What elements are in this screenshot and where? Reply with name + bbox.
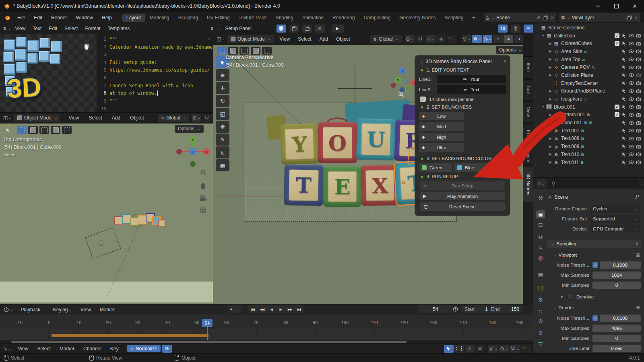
menu-item[interactable]: Playback⌄ xyxy=(17,307,49,313)
scale-tool-button[interactable]: ◱ xyxy=(216,108,229,120)
selectable-icon[interactable] xyxy=(621,136,627,141)
field-value[interactable]: 4096 xyxy=(592,325,641,332)
render-camera-icon[interactable] xyxy=(636,136,642,142)
properties-tab-icon[interactable]: ∷ xyxy=(536,308,545,316)
circle-select-icon[interactable] xyxy=(239,47,249,55)
outliner-row[interactable]: ▶ a Text.008 a ✓ xyxy=(533,135,644,143)
outliner-row[interactable]: ▶ ◎ Area Side ▱ ✓ xyxy=(533,47,644,56)
field-value[interactable]: 0.1000 xyxy=(600,261,641,269)
menu-item[interactable]: Select xyxy=(294,36,315,42)
object-name[interactable]: ColoredCubes xyxy=(561,41,592,46)
baby-block[interactable]: X xyxy=(361,165,399,206)
workspace-tab[interactable]: Geometry Nodes xyxy=(395,14,440,22)
menu-item[interactable]: Text xyxy=(29,26,45,31)
outliner-row[interactable]: ▤ Scene Collection ✓ xyxy=(533,24,644,32)
workspace-tab[interactable]: Rendering xyxy=(328,14,359,22)
cursor-tool-button[interactable]: ⊕ xyxy=(216,69,229,81)
active-tool-badge[interactable] xyxy=(3,125,13,134)
menu-item[interactable]: Help xyxy=(97,15,116,21)
annotate-tool-button[interactable]: ✎ xyxy=(216,134,229,146)
object-name[interactable]: Text.010 xyxy=(561,152,579,157)
menu-item[interactable]: Select xyxy=(84,115,107,121)
viewlayer-selector[interactable]: ⧉⌄ ViewLayer ✕ xyxy=(559,13,640,22)
preset-icon[interactable]: ≣ xyxy=(636,305,640,311)
expand-icon[interactable]: ▶ xyxy=(548,49,553,53)
object-name[interactable]: Cube.001 xyxy=(561,120,582,125)
editor-type-icon[interactable]: ◫ xyxy=(217,36,221,42)
transport-button[interactable]: ▶▮ xyxy=(295,305,303,313)
baby-block[interactable]: O xyxy=(318,122,357,163)
expand-icon[interactable]: ▶ xyxy=(548,160,553,164)
auto-normalize-refresh-icon[interactable]: ⟳ xyxy=(162,345,172,353)
expand-icon[interactable]: ▶ xyxy=(548,129,553,132)
baby-block[interactable]: Y xyxy=(280,123,319,165)
record-button[interactable]: ●⌄ xyxy=(228,305,241,313)
extend-select-icon[interactable] xyxy=(62,126,72,134)
hide-eye-icon[interactable] xyxy=(628,136,634,142)
workspace-tab[interactable]: Animation xyxy=(298,14,328,22)
zoom-icon[interactable] xyxy=(398,91,405,98)
properties-options-chevron[interactable]: ⌄ xyxy=(641,181,644,185)
properties-tab-icon[interactable]: ⧉ xyxy=(536,232,545,241)
object-name[interactable]: EmptyTextCenter xyxy=(561,80,598,86)
selectable-icon[interactable] xyxy=(621,96,627,102)
navigation-gizmo[interactable]: Z Y X xyxy=(382,56,418,93)
selectable-icon[interactable] xyxy=(621,72,627,78)
properties-tab-icon[interactable]: ◍ xyxy=(536,254,545,262)
snap-magnet-icon[interactable] xyxy=(202,114,212,122)
render-camera-icon[interactable] xyxy=(636,144,642,150)
menu-item[interactable]: View xyxy=(275,36,294,42)
close-button[interactable]: ✕ xyxy=(625,0,644,12)
object-name[interactable]: Text.008 xyxy=(561,136,579,141)
selectable-icon[interactable] xyxy=(621,49,627,54)
menu-item[interactable]: Marker⌄ xyxy=(95,307,119,313)
selectable-icon[interactable] xyxy=(621,128,627,134)
viewport-panel-header[interactable]: ⌄Viewport≣ xyxy=(552,251,640,259)
checkbox[interactable]: ✓ xyxy=(592,262,598,268)
properties-tab-icon[interactable]: ▽ xyxy=(536,340,545,348)
shading-material-icon[interactable]: ◑ xyxy=(514,35,523,43)
extend-select-icon[interactable] xyxy=(262,47,272,55)
outliner-row[interactable]: ▼ ▤ Block.001 ✓ xyxy=(533,103,644,111)
code-line[interactable]: 8 at top of window. xyxy=(97,89,213,97)
object-name[interactable]: Text.007 xyxy=(561,128,579,134)
bounciness-button[interactable]: ◆ Med xyxy=(419,122,464,131)
object-name[interactable]: Area Top xyxy=(561,57,580,62)
render-camera-icon[interactable] xyxy=(636,41,642,47)
code-line[interactable]: 7 Launch Setup Panel with ▷ icon xyxy=(97,82,213,89)
workspace-tab[interactable]: UV Editing xyxy=(203,14,234,22)
selectable-icon[interactable] xyxy=(621,120,627,125)
color-button[interactable]: Green xyxy=(419,163,452,172)
code-line[interactable]: 3 xyxy=(97,51,213,58)
filter-icon[interactable]: ⌄ xyxy=(488,345,499,353)
baby-block[interactable]: E xyxy=(323,167,361,207)
workspace-tab[interactable]: Modeling xyxy=(146,14,173,22)
properties-search-input[interactable]: ⚲ xyxy=(549,179,638,187)
graph-editor-icon[interactable]: ∿ xyxy=(3,346,7,352)
workspace-tab[interactable]: Scripting xyxy=(441,14,468,22)
hide-eye-icon[interactable] xyxy=(628,120,634,126)
orientation-dropdown[interactable]: ⇅Global⌄ xyxy=(370,35,402,43)
properties-tab-icon[interactable]: ▦ xyxy=(536,270,545,278)
pivot-dropdown[interactable]: ⊙⌄ xyxy=(499,345,509,353)
field-value[interactable]: 1024 xyxy=(592,272,641,279)
expand-icon[interactable]: ▶ xyxy=(548,113,553,117)
shading-wireframe-icon[interactable]: ○ xyxy=(493,35,503,43)
exclude-checkbox[interactable]: ✓ xyxy=(615,105,619,109)
ghost-curves-icon[interactable]: ▣ xyxy=(475,345,485,353)
hide-eye-icon[interactable] xyxy=(628,112,634,118)
hide-eye-icon[interactable] xyxy=(628,144,634,150)
render-camera-icon[interactable] xyxy=(636,151,642,157)
selectable-icon[interactable] xyxy=(621,144,627,149)
render-camera-icon[interactable] xyxy=(636,104,642,110)
menu-item[interactable]: Render xyxy=(47,15,71,21)
syntax-highlight-toggle-icon[interactable]: ≣ xyxy=(524,25,533,33)
workspace-tab[interactable]: + xyxy=(469,14,479,22)
transport-button[interactable]: ▮◀ xyxy=(249,305,256,313)
exclude-checkbox[interactable]: ✓ xyxy=(615,33,619,38)
mode-dropdown[interactable]: Object Mode⌄ xyxy=(14,114,61,122)
outliner-row[interactable]: ▶ ▽ Cube.001 ⚙ ❋ ✓ xyxy=(533,119,644,127)
minimize-button[interactable] xyxy=(588,0,607,12)
overlays-dropdown[interactable]: ◎⌄ xyxy=(483,35,492,43)
only-errors-icon[interactable]: ⚠ xyxy=(465,345,475,353)
